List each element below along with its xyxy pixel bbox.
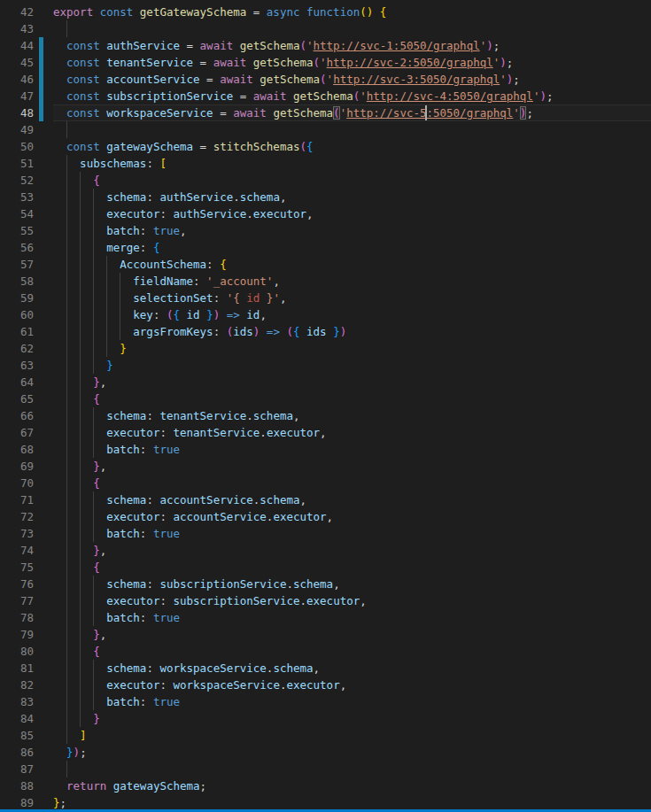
code-line[interactable]: 76 schema: subscriptionService.schema, <box>0 576 651 592</box>
code-line[interactable]: 78 batch: true <box>0 609 651 626</box>
line-number[interactable]: 62 <box>0 340 34 357</box>
line-number[interactable]: 57 <box>0 256 34 273</box>
code-token: = <box>187 39 200 52</box>
code-line[interactable]: 81 schema: workspaceService.schema, <box>0 660 651 677</box>
line-number[interactable]: 85 <box>0 727 34 744</box>
git-modified-indicator[interactable] <box>39 37 43 54</box>
code-line[interactable]: 73 batch: true <box>0 525 651 542</box>
code-line[interactable]: 69 }, <box>0 458 651 475</box>
code-line[interactable]: 52 { <box>0 172 651 189</box>
line-number[interactable]: 58 <box>0 273 34 290</box>
line-number[interactable]: 59 <box>0 290 34 306</box>
line-number[interactable]: 84 <box>0 710 34 727</box>
git-modified-indicator[interactable] <box>39 104 43 121</box>
code-line[interactable]: 66 schema: tenantService.schema, <box>0 407 651 424</box>
code-line[interactable]: 68 batch: true <box>0 441 651 458</box>
code-line[interactable]: 88 return gatewaySchema; <box>0 777 651 794</box>
code-line[interactable]: 47 const subscriptionService = await get… <box>0 88 651 104</box>
line-number[interactable]: 61 <box>0 323 34 340</box>
code-line[interactable]: 83 batch: true <box>0 693 651 710</box>
line-number[interactable]: 49 <box>0 121 34 138</box>
line-number[interactable]: 65 <box>0 391 34 407</box>
line-number[interactable]: 66 <box>0 407 34 424</box>
code-line[interactable]: 84 } <box>0 710 651 727</box>
code-line[interactable]: 43 <box>0 20 651 37</box>
code-line[interactable]: 87 <box>0 761 651 777</box>
code-line[interactable]: 82 executor: workspaceService.executor, <box>0 677 651 693</box>
code-line[interactable]: 74 }, <box>0 542 651 559</box>
code-line[interactable]: 63 } <box>0 357 651 374</box>
line-number[interactable]: 82 <box>0 677 34 693</box>
code-line[interactable]: 45 const tenantService = await getSchema… <box>0 54 651 71</box>
code-line[interactable]: 44 const authService = await getSchema('… <box>0 37 651 54</box>
code-line[interactable]: 58 fieldName: '_account', <box>0 273 651 290</box>
git-modified-indicator[interactable] <box>39 71 43 88</box>
code-line[interactable]: 42export const getGatewaySchema = async … <box>0 4 651 20</box>
code-line[interactable]: 56 merge: { <box>0 239 651 256</box>
code-line[interactable]: 67 executor: tenantService.executor, <box>0 424 651 441</box>
line-number[interactable]: 45 <box>0 54 34 71</box>
code-line[interactable]: 64 }, <box>0 374 651 391</box>
line-number[interactable]: 81 <box>0 660 34 677</box>
code-line[interactable]: 60 key: ({ id }) => id, <box>0 306 651 323</box>
code-line[interactable]: 49 <box>0 121 651 138</box>
line-number[interactable]: 77 <box>0 592 34 609</box>
line-number[interactable]: 46 <box>0 71 34 88</box>
line-number[interactable]: 78 <box>0 609 34 626</box>
line-number[interactable]: 63 <box>0 357 34 374</box>
code-line[interactable]: 59 selectionSet: '{ id }', <box>0 290 651 306</box>
code-line[interactable]: 46 const accountService = await getSchem… <box>0 71 651 88</box>
line-number[interactable]: 69 <box>0 458 34 475</box>
code-line[interactable]: 55 batch: true, <box>0 222 651 239</box>
code-line[interactable]: 53 schema: authService.schema, <box>0 189 651 205</box>
line-number[interactable]: 87 <box>0 761 34 777</box>
line-number[interactable]: 72 <box>0 508 34 525</box>
line-number[interactable]: 47 <box>0 88 34 104</box>
code-line[interactable]: 51 subschemas: [ <box>0 155 651 172</box>
line-number[interactable]: 71 <box>0 491 34 508</box>
code-line[interactable]: 54 executor: authService.executor, <box>0 205 651 222</box>
code-line[interactable]: 62 } <box>0 340 651 357</box>
line-number[interactable]: 83 <box>0 693 34 710</box>
line-number[interactable]: 76 <box>0 576 34 592</box>
line-number[interactable]: 52 <box>0 172 34 189</box>
code-line[interactable]: 71 schema: accountService.schema, <box>0 491 651 508</box>
code-line[interactable]: 61 argsFromKeys: (ids) => ({ ids }) <box>0 323 651 340</box>
code-line[interactable]: 57 AccountSchema: { <box>0 256 651 273</box>
code-line[interactable]: 70 { <box>0 475 651 491</box>
line-number[interactable]: 53 <box>0 189 34 205</box>
line-number[interactable]: 50 <box>0 138 34 155</box>
line-number[interactable]: 42 <box>0 4 34 20</box>
line-number[interactable]: 75 <box>0 559 34 576</box>
line-number[interactable]: 51 <box>0 155 34 172</box>
code-line[interactable]: 79 }, <box>0 626 651 643</box>
code-line[interactable]: 50 const gatewaySchema = stitchSchemas({ <box>0 138 651 155</box>
line-number[interactable]: 70 <box>0 475 34 491</box>
code-line[interactable]: 77 executor: subscriptionService.executo… <box>0 592 651 609</box>
line-number[interactable]: 48 <box>0 104 34 121</box>
line-number[interactable]: 67 <box>0 424 34 441</box>
line-number[interactable]: 43 <box>0 20 34 37</box>
git-modified-indicator[interactable] <box>39 88 43 104</box>
line-number[interactable]: 79 <box>0 626 34 643</box>
line-number[interactable]: 86 <box>0 744 34 761</box>
line-number[interactable]: 56 <box>0 239 34 256</box>
line-number[interactable]: 54 <box>0 205 34 222</box>
line-number[interactable]: 88 <box>0 777 34 794</box>
code-line[interactable]: 80 { <box>0 643 651 660</box>
line-number[interactable]: 64 <box>0 374 34 391</box>
code-line[interactable]: 65 { <box>0 391 651 407</box>
line-number[interactable]: 55 <box>0 222 34 239</box>
git-modified-indicator[interactable] <box>39 54 43 71</box>
code-line[interactable]: 86 }); <box>0 744 651 761</box>
line-number[interactable]: 74 <box>0 542 34 559</box>
code-line[interactable]: 48 const workspaceService = await getSch… <box>0 104 651 121</box>
code-line[interactable]: 85 ] <box>0 727 651 744</box>
line-number[interactable]: 73 <box>0 525 34 542</box>
code-line[interactable]: 72 executor: accountService.executor, <box>0 508 651 525</box>
code-line[interactable]: 75 { <box>0 559 651 576</box>
line-number[interactable]: 80 <box>0 643 34 660</box>
line-number[interactable]: 44 <box>0 37 34 54</box>
line-number[interactable]: 68 <box>0 441 34 458</box>
line-number[interactable]: 60 <box>0 306 34 323</box>
